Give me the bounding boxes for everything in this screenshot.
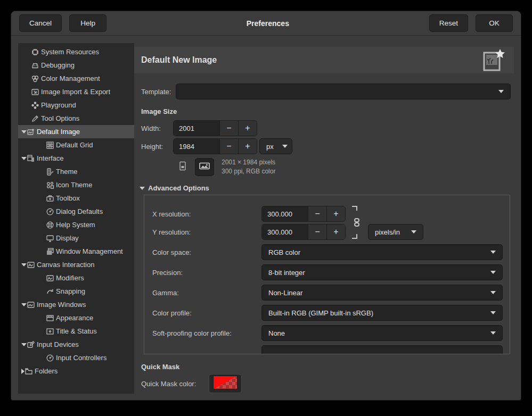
sidebar-item-image-windows[interactable]: Image Windows [18, 298, 134, 311]
sidebar-item-input-controllers[interactable]: Input Controllers [18, 351, 134, 364]
image-import-export-icon [31, 88, 39, 96]
size-unit-dropdown[interactable]: px [259, 138, 292, 154]
sidebar-item-title-status[interactable]: Title & Status [18, 325, 134, 338]
preferences-category-list: System Resources Debugging Color Managem… [18, 43, 134, 394]
sidebar-item-image-import-export[interactable]: Image Import & Export [18, 85, 134, 98]
sidebar-item-window-management[interactable]: Window Management [18, 245, 134, 258]
x-resolution-increment-button[interactable]: + [326, 206, 345, 221]
color-profile-dropdown[interactable]: Built-in RGB (GIMP built-in sRGB) [261, 305, 503, 321]
sidebar-item-input-devices[interactable]: Input Devices [18, 338, 134, 351]
desktop-background: Cancel Help Preferences Reset OK System … [0, 0, 532, 416]
titlebar: Cancel Help Preferences Reset OK [11, 11, 521, 36]
height-input[interactable]: 1984 [174, 139, 219, 154]
quick-mask-section-label: Quick Mask [141, 363, 514, 371]
sidebar-item-label: Input Devices [37, 340, 79, 348]
sidebar-item-display[interactable]: Display [18, 231, 134, 245]
expander-spacer [21, 328, 46, 335]
icon-theme-icon [46, 181, 54, 189]
advanced-options-expander[interactable]: Advanced Options [140, 184, 514, 192]
orientation-row: 2001 × 1984 pixels 300 ppi, RGB color [176, 158, 514, 179]
sidebar-item-icon-theme[interactable]: Icon Theme [18, 178, 134, 192]
dropdown-value: 8-bit integer [268, 269, 305, 277]
resolution-unit-dropdown[interactable]: pixels/in [368, 224, 423, 240]
sidebar-item-label: Appearance [56, 314, 93, 322]
precision-dropdown[interactable]: 8-bit integer [261, 264, 503, 280]
triangle-down-icon[interactable] [21, 157, 27, 160]
debugging-icon [31, 61, 39, 70]
display-icon [46, 234, 54, 243]
soft-proofing-color-profile-dropdown[interactable]: None [261, 325, 503, 341]
system-resources-icon [31, 48, 39, 56]
y-resolution-label: Y resolution: [152, 228, 261, 236]
dropdown-value: None [268, 329, 285, 337]
chevron-down-icon [490, 311, 496, 314]
width-decrement-button[interactable]: − [219, 121, 238, 136]
advanced-options-frame: X resolution: 300.000 − + Y resolution: … [144, 195, 510, 354]
sidebar-item-playground[interactable]: Playground [18, 98, 134, 112]
template-dropdown[interactable] [176, 84, 511, 99]
sidebar-item-label: Theme [56, 168, 77, 176]
sidebar-item-modifiers[interactable]: Modifiers [18, 271, 134, 285]
cancel-button[interactable]: Cancel [19, 14, 62, 32]
reset-button[interactable]: Reset [429, 14, 468, 32]
sidebar-item-snapping[interactable]: Snapping [18, 285, 134, 298]
advanced-options-label: Advanced Options [148, 184, 209, 192]
width-increment-button[interactable]: + [238, 121, 257, 136]
triangle-down-icon[interactable] [21, 130, 27, 134]
dropdown-value: RGB color [268, 248, 300, 256]
canvas-interaction-icon [27, 261, 35, 269]
advanced-combo-row: Color space: RGB color [152, 244, 503, 260]
triangle-down-icon[interactable] [21, 263, 27, 267]
sidebar-item-interface[interactable]: Interface [18, 152, 134, 165]
sidebar-item-label: Folders [35, 367, 58, 375]
sidebar-item-default-grid[interactable]: Default Grid [18, 138, 134, 152]
clipped-dropdown[interactable] [261, 345, 503, 354]
height-increment-button[interactable]: + [238, 139, 257, 154]
sidebar-item-debugging[interactable]: Debugging [18, 59, 134, 72]
sidebar-item-system-resources[interactable]: System Resources [18, 45, 134, 59]
expander-spacer [21, 62, 31, 69]
y-resolution-increment-button[interactable]: + [326, 224, 345, 239]
sidebar-item-default-image[interactable]: Default Image [18, 125, 134, 138]
sidebar-item-folders[interactable]: Folders [18, 364, 134, 378]
y-resolution-input[interactable]: 300.000 [262, 224, 308, 239]
sidebar-item-toolbox[interactable]: Toolbox [18, 192, 134, 205]
x-resolution-decrement-button[interactable]: − [308, 206, 326, 221]
sidebar-item-label: Title & Status [56, 327, 97, 335]
chain-broken-icon[interactable] [351, 205, 361, 240]
main-panel: Default New Image Template: Image Size W… [134, 43, 514, 394]
x-resolution-input[interactable]: 300.000 [262, 206, 308, 221]
input-devices-icon [27, 340, 35, 349]
gamma-dropdown[interactable]: Non-Linear [261, 285, 503, 301]
sidebar-item-help-system[interactable]: Help System [18, 218, 134, 231]
chevron-down-icon [498, 90, 504, 93]
size-summary-line1: 2001 × 1984 pixels [222, 158, 275, 167]
resolution-unit-value: pixels/in [375, 228, 400, 236]
ok-button[interactable]: OK [476, 14, 513, 32]
sidebar-item-appearance[interactable]: Appearance [18, 311, 134, 325]
expander-spacer [21, 49, 31, 55]
width-input[interactable]: 2001 [174, 121, 219, 136]
y-resolution-decrement-button[interactable]: − [308, 224, 326, 239]
color-space-dropdown[interactable]: RGB color [261, 244, 503, 260]
interface-icon [27, 154, 35, 163]
sidebar-item-label: Image Windows [37, 301, 86, 309]
triangle-down-icon [140, 187, 145, 190]
chevron-down-icon [490, 251, 496, 254]
tool-options-icon [31, 114, 39, 123]
sidebar-item-canvas-interaction[interactable]: Canvas Interaction [18, 258, 134, 271]
expander-spacer [21, 102, 31, 109]
sidebar-item-dialog-defaults[interactable]: Dialog Defaults [18, 205, 134, 218]
landscape-orientation-button[interactable] [195, 158, 214, 176]
triangle-down-icon[interactable] [21, 343, 27, 346]
toolbox-icon [46, 194, 54, 203]
portrait-orientation-button[interactable] [176, 158, 190, 176]
height-decrement-button[interactable]: − [219, 139, 238, 154]
dialog-content: System Resources Debugging Color Managem… [11, 36, 521, 401]
sidebar-item-tool-options[interactable]: Tool Options [18, 112, 134, 125]
triangle-down-icon[interactable] [21, 303, 27, 306]
sidebar-item-color-management[interactable]: Color Management [18, 72, 134, 85]
quick-mask-color-button[interactable] [209, 374, 242, 393]
help-button[interactable]: Help [69, 14, 107, 32]
sidebar-item-theme[interactable]: Theme [18, 165, 134, 178]
